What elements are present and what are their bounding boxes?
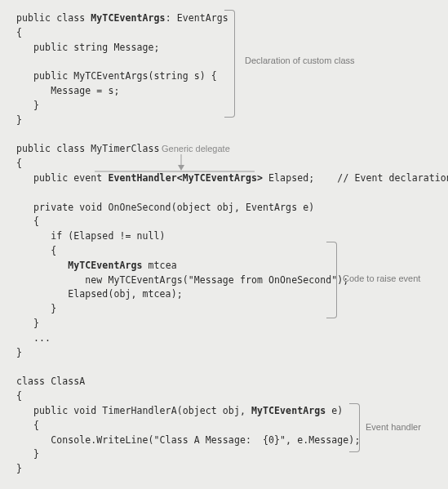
annotation-generic-delegate: Generic delegate	[162, 144, 230, 153]
line: }	[16, 463, 22, 474]
rule-top-icon	[95, 170, 255, 173]
line: ...	[16, 332, 51, 344]
line: public class MyTCEventArgs: EventArgs	[16, 12, 228, 24]
line: public event EventHandler<MyTCEventArgs>…	[16, 172, 448, 184]
line: MyTCEventArgs mtcea	[16, 260, 177, 271]
line: {	[16, 27, 22, 38]
line: public MyTCEventArgs(string s) {	[16, 70, 217, 82]
line: }	[16, 347, 22, 358]
line: {	[16, 158, 22, 169]
line: }	[16, 448, 39, 460]
code-figure: public class MyTCEventArgs: EventArgs { …	[0, 0, 448, 485]
line: public string Message;	[16, 42, 160, 53]
continued-label: Continued	[0, 485, 448, 489]
line: Elapsed(obj, mtcea);	[16, 288, 183, 300]
bracket-custom-class	[224, 10, 235, 118]
line: {	[16, 216, 39, 227]
annotation-custom-class: Declaration of custom class	[245, 56, 355, 65]
line: Console.WriteLine("Class A Message: {0}"…	[16, 434, 360, 446]
bracket-event-handler	[349, 403, 360, 452]
line: new MyTCEventArgs("Message from OnOneSec…	[16, 274, 348, 286]
line: private void OnOneSecond(object obj, Eve…	[16, 202, 314, 213]
annotation-raise-event: Code to raise event	[343, 273, 420, 283]
line: class ClassA	[16, 376, 85, 387]
line: {	[16, 420, 39, 431]
line: if (Elapsed != null)	[16, 230, 166, 242]
line: }	[16, 114, 22, 126]
line: public class MyTimerClass	[16, 143, 160, 154]
line: Message = s;	[16, 85, 119, 96]
line: }	[16, 303, 56, 314]
line: }	[16, 100, 39, 111]
line: {	[16, 390, 22, 402]
line: public void TimerHandlerA(object obj, My…	[16, 405, 343, 416]
line: {	[16, 245, 56, 256]
bracket-raise-event	[326, 242, 337, 318]
annotation-event-handler: Event handler	[366, 422, 421, 432]
line: }	[16, 318, 39, 329]
